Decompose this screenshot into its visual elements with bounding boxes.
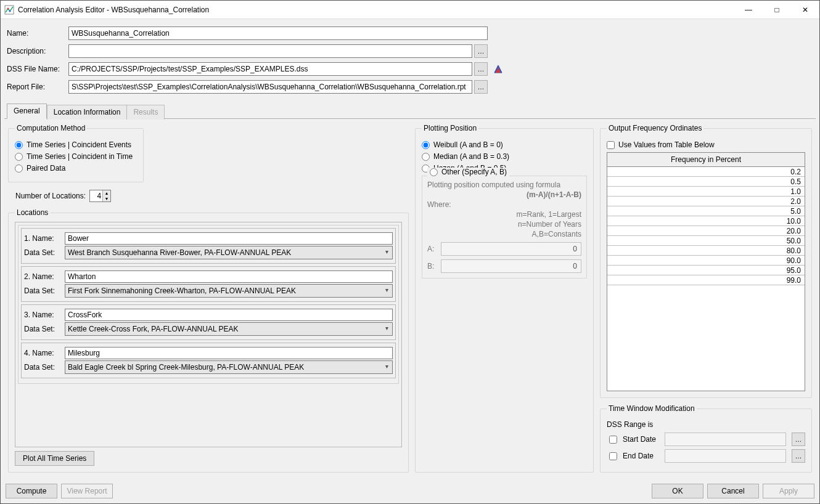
report-browse-button[interactable]: … xyxy=(474,80,488,94)
radio-coincident-in-time[interactable]: Time Series | Coincident in Time xyxy=(15,152,137,161)
frequency-cell[interactable]: 90.0 xyxy=(607,256,805,266)
radio-paired-data[interactable]: Paired Data xyxy=(15,164,137,173)
radio-median[interactable]: Median (A and B = 0.3) xyxy=(422,152,587,161)
location-name-input[interactable] xyxy=(65,347,393,359)
tab-results: Results xyxy=(127,105,165,120)
location-name-row: 1. Name: xyxy=(24,232,393,245)
frequency-cell[interactable]: 95.0 xyxy=(607,266,805,275)
location-card: 3. Name: Data Set: Kettle Creek-Cross Fo… xyxy=(21,304,396,340)
window-title: Correlation Analysis Editor - WBSusqueha… xyxy=(18,6,734,14)
report-file-input[interactable] xyxy=(68,80,472,94)
close-button[interactable]: ✕ xyxy=(791,1,819,19)
dataset-label: Data Set: xyxy=(24,287,65,295)
spinner-down-icon[interactable]: ▼ xyxy=(103,196,110,201)
compute-button[interactable]: Compute xyxy=(6,484,57,498)
dataset-label: Data Set: xyxy=(24,325,65,333)
use-table-label: Use Values from Table Below xyxy=(618,140,715,149)
radio-weibull[interactable]: Weibull (A and B = 0) xyxy=(422,140,587,149)
start-date-checkbox[interactable] xyxy=(609,436,617,444)
dss-file-input[interactable] xyxy=(68,62,472,76)
a-row: A: xyxy=(427,242,581,256)
frequency-cell[interactable]: 1.0 xyxy=(607,187,805,197)
minimize-button[interactable]: — xyxy=(734,1,763,19)
maximize-button[interactable]: □ xyxy=(763,1,791,19)
end-date-label: End Date xyxy=(623,452,661,460)
spinner-up-icon[interactable]: ▲ xyxy=(103,190,110,196)
frequency-cell[interactable]: 2.0 xyxy=(607,197,805,206)
radio-other[interactable]: Other (Specify A, B) xyxy=(427,168,509,176)
b-input xyxy=(441,259,581,273)
location-card: 4. Name: Data Set: Bald Eagle Creek bl S… xyxy=(21,343,396,378)
plotting-position-legend: Plotting Position xyxy=(422,124,478,132)
app-window: Correlation Analysis Editor - WBSusqueha… xyxy=(0,0,820,504)
locations-container: 1. Name: Data Set: West Branch Susquehan… xyxy=(18,225,399,384)
location-name-input[interactable] xyxy=(65,309,393,321)
end-date-picker-button[interactable]: … xyxy=(792,449,805,463)
computation-method-legend: Computation Method xyxy=(15,124,87,132)
frequency-cell[interactable]: 0.5 xyxy=(607,177,805,187)
dss-row: DSS File Name: … xyxy=(7,62,813,76)
radio-coincident-in-time-label: Time Series | Coincident in Time xyxy=(27,152,133,161)
location-name-row: 3. Name: xyxy=(24,309,393,321)
frequency-cell[interactable]: 50.0 xyxy=(607,236,805,246)
start-date-label: Start Date xyxy=(623,435,661,444)
cancel-button[interactable]: Cancel xyxy=(707,484,759,498)
header-form: Name: Description: … DSS File Name: … xyxy=(1,19,819,100)
description-edit-button[interactable]: … xyxy=(474,44,488,58)
location-name-row: 4. Name: xyxy=(24,347,393,359)
frequency-table: Frequency in Percent 0.20.51.02.05.010.0… xyxy=(607,152,805,391)
frequency-header: Frequency in Percent xyxy=(607,153,805,167)
b-row: B: xyxy=(427,259,581,273)
dataset-select[interactable]: West Branch Susquehanna River-Bower, PA-… xyxy=(65,246,393,259)
locations-scroll[interactable]: 1. Name: Data Set: West Branch Susquehan… xyxy=(15,222,402,447)
radio-paired-data-input[interactable] xyxy=(15,165,23,173)
location-name-row: 2. Name: xyxy=(24,270,393,283)
frequency-cell[interactable]: 80.0 xyxy=(607,246,805,256)
frequency-cell[interactable]: 20.0 xyxy=(607,226,805,236)
num-locations-spinner[interactable]: ▲ ▼ xyxy=(89,190,111,202)
radio-coincident-events[interactable]: Time Series | Coincident Events xyxy=(15,140,137,149)
radio-coincident-events-input[interactable] xyxy=(15,141,23,149)
radio-coincident-in-time-input[interactable] xyxy=(15,153,23,161)
num-locations-input[interactable] xyxy=(90,190,102,201)
plotting-position-group: Plotting Position Weibull (A and B = 0) … xyxy=(415,124,594,473)
left-column: Computation Method Time Series | Coincid… xyxy=(8,124,409,473)
location-index-label: 3. Name: xyxy=(24,311,65,319)
plotting-other-box: Other (Specify A, B) Plotting position c… xyxy=(422,176,587,278)
dataset-select[interactable]: Kettle Creek-Cross Fork, PA-FLOW-ANNUAL … xyxy=(65,322,393,336)
location-name-input[interactable] xyxy=(65,232,393,245)
dataset-select[interactable]: Bald Eagle Creek bl Spring Creek-Milesbu… xyxy=(65,360,393,374)
start-date-picker-button[interactable]: … xyxy=(792,433,805,446)
tab-general[interactable]: General xyxy=(7,104,47,119)
titlebar: Correlation Analysis Editor - WBSusqueha… xyxy=(1,1,819,19)
location-index-label: 4. Name: xyxy=(24,349,65,357)
dss-label: DSS File Name: xyxy=(7,65,68,73)
plot-all-time-series-button[interactable]: Plot All Time Series xyxy=(15,451,94,466)
apply-button: Apply xyxy=(763,484,814,498)
frequency-cell[interactable]: 10.0 xyxy=(607,216,805,226)
radio-median-input[interactable] xyxy=(422,153,430,161)
radio-weibull-input[interactable] xyxy=(422,141,430,149)
location-index-label: 2. Name: xyxy=(24,272,65,281)
computation-method-group: Computation Method Time Series | Coincid… xyxy=(8,124,144,182)
location-dataset-row: Data Set: West Branch Susquehanna River-… xyxy=(24,246,393,259)
location-name-input[interactable] xyxy=(65,270,393,283)
ok-button[interactable]: OK xyxy=(652,484,703,498)
use-table-checkbox-row[interactable]: Use Values from Table Below xyxy=(607,140,805,149)
name-input[interactable] xyxy=(68,26,488,40)
location-index-label: 1. Name: xyxy=(24,234,65,243)
svg-point-1 xyxy=(7,7,9,9)
description-input[interactable] xyxy=(68,44,472,58)
frequency-rows[interactable]: 0.20.51.02.05.010.020.050.080.090.095.09… xyxy=(607,167,805,391)
start-date-input xyxy=(665,433,786,446)
frequency-cell[interactable]: 99.0 xyxy=(607,275,805,285)
frequency-cell[interactable]: 5.0 xyxy=(607,206,805,216)
end-date-checkbox[interactable] xyxy=(609,452,617,460)
radio-other-input[interactable] xyxy=(430,168,438,176)
dss-browse-button[interactable]: … xyxy=(474,62,488,76)
use-table-checkbox[interactable] xyxy=(607,141,615,149)
dss-plot-icon[interactable] xyxy=(491,62,505,76)
tab-location-information[interactable]: Location Information xyxy=(47,105,128,120)
frequency-cell[interactable]: 0.2 xyxy=(607,167,805,177)
dataset-select[interactable]: First Fork Sinnemahoning Creek-Wharton, … xyxy=(65,284,393,298)
